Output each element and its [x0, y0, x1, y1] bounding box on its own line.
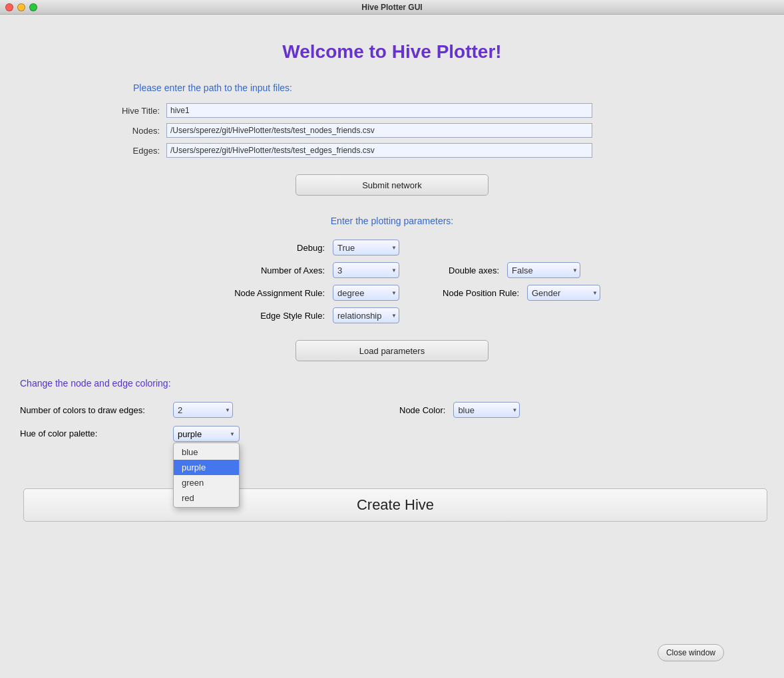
hue-option-green[interactable]: green	[174, 475, 239, 490]
node-pos-label: Node Position Rule:	[426, 288, 519, 298]
nodes-input[interactable]	[166, 123, 592, 138]
section3-label: Change the node and edge coloring:	[20, 378, 771, 389]
num-axes-select[interactable]: 1 2 3	[333, 262, 399, 278]
window-title: Hive Plotter GUI	[361, 3, 422, 12]
main-content: Welcome to Hive Plotter! Please enter th…	[0, 15, 784, 678]
num-colors-label: Number of colors to draw edges:	[20, 405, 173, 415]
create-hive-row: Create Hive	[20, 488, 771, 522]
hue-option-red[interactable]: red	[174, 490, 239, 506]
node-color-select[interactable]: blue purple green red	[453, 402, 520, 418]
hue-chevron-icon: ▼	[230, 431, 235, 437]
edge-style-select[interactable]: relationship	[333, 307, 399, 323]
section2-label: Enter the plotting parameters:	[53, 216, 731, 226]
node-assign-dropdown-wrapper: degree	[333, 285, 399, 301]
hue-dropdown-button[interactable]: purple ▼	[173, 426, 240, 442]
hive-title-input[interactable]	[166, 103, 592, 118]
app-title: Welcome to Hive Plotter!	[0, 41, 784, 63]
node-pos-select[interactable]: Gender	[527, 285, 600, 301]
hue-dropdown-popup: blue purple green red	[173, 442, 240, 508]
edges-label: Edges:	[100, 146, 166, 156]
create-hive-button[interactable]: Create Hive	[23, 488, 767, 522]
num-colors-dropdown-wrapper: 1 2 3 4	[173, 402, 233, 418]
hue-current-value: purple	[178, 429, 230, 439]
edge-style-dropdown-wrapper: relationship	[333, 307, 399, 323]
edge-style-label: Edge Style Rule:	[200, 311, 333, 321]
double-axes-dropdown-wrapper: False True	[507, 262, 580, 278]
hue-dropdown-container: purple ▼ blue purple green red	[173, 426, 240, 442]
debug-label: Debug:	[200, 243, 333, 253]
node-pos-dropdown-wrapper: Gender	[527, 285, 600, 301]
node-color-label: Node Color:	[399, 405, 445, 415]
close-traffic-light[interactable]	[5, 3, 13, 11]
node-assign-select[interactable]: degree	[333, 285, 399, 301]
hue-label: Hue of color palette:	[20, 426, 173, 442]
num-axes-dropdown-wrapper: 1 2 3	[333, 262, 399, 278]
load-parameters-button[interactable]: Load parameters	[295, 340, 489, 361]
debug-dropdown-wrapper: True False	[333, 240, 399, 255]
double-axes-select[interactable]: False True	[507, 262, 580, 278]
section1-label: Please enter the path to the input files…	[133, 83, 784, 93]
maximize-traffic-light[interactable]	[29, 3, 37, 11]
debug-select[interactable]: True False	[333, 240, 399, 255]
hue-option-blue[interactable]: blue	[174, 444, 239, 460]
traffic-lights	[5, 3, 37, 11]
node-assign-label: Node Assignment Rule:	[200, 288, 333, 298]
close-window-button[interactable]: Close window	[658, 644, 724, 661]
node-color-dropdown-wrapper: blue purple green red	[453, 402, 520, 418]
titlebar: Hive Plotter GUI	[0, 0, 784, 15]
minimize-traffic-light[interactable]	[17, 3, 25, 11]
submit-network-button[interactable]: Submit network	[295, 174, 489, 196]
hue-option-purple[interactable]: purple	[174, 460, 239, 475]
num-colors-select[interactable]: 1 2 3 4	[173, 402, 233, 418]
nodes-label: Nodes:	[100, 126, 166, 136]
edges-input[interactable]	[166, 143, 592, 158]
num-axes-label: Number of Axes:	[200, 265, 333, 275]
hive-title-label: Hive Title:	[100, 106, 166, 116]
double-axes-label: Double axes:	[426, 265, 499, 275]
